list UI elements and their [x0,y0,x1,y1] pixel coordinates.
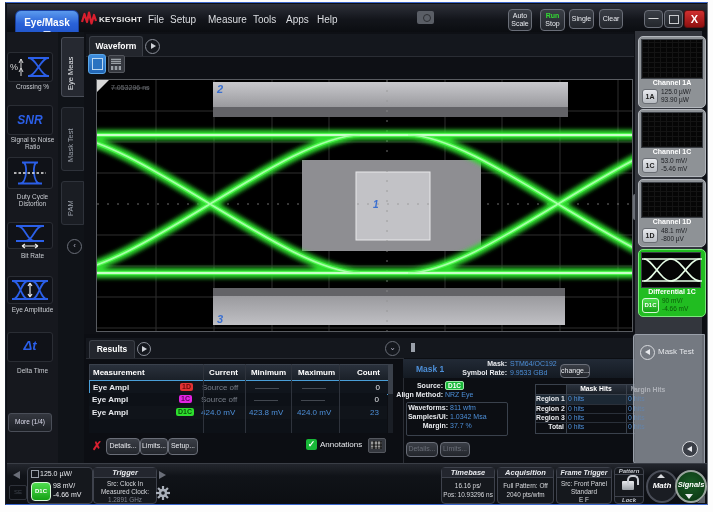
svg-text:7.053296 ns: 7.053296 ns [111,84,150,91]
svg-text:3: 3 [217,313,223,325]
svg-text:1: 1 [373,199,379,210]
svg-text:%: % [10,62,18,72]
svg-text:2: 2 [216,83,223,95]
